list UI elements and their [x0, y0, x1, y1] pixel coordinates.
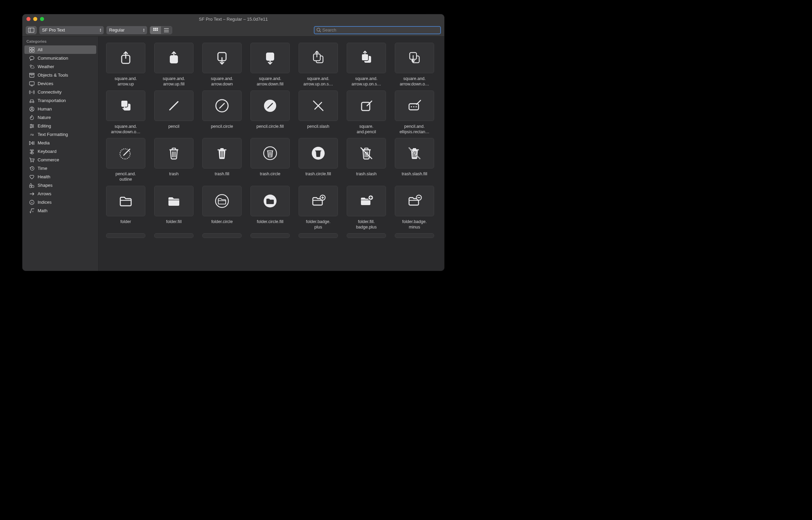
sidebar-item-communication[interactable]: Communication — [22, 54, 98, 62]
car-icon — [29, 98, 35, 103]
folder-circle-fill-icon — [262, 193, 278, 209]
symbol-cell[interactable]: trash.circle — [250, 138, 290, 182]
sidebar-item-keyboard[interactable]: Keyboard — [22, 147, 98, 156]
sidebar-item-label: Keyboard — [38, 149, 57, 154]
sidebar-item-arrows[interactable]: Arrows — [22, 189, 98, 198]
symbol-cell[interactable]: square.and.arrow.down.o… — [395, 43, 434, 87]
sidebar-item-commerce[interactable]: Commerce — [22, 156, 98, 164]
symbol-cell[interactable]: pencil.slash — [299, 91, 338, 135]
symbol-label: folder.circle.fill — [250, 219, 290, 224]
close-window-button[interactable] — [26, 17, 31, 21]
sidebar-item-text-formatting[interactable]: AaText Formatting — [22, 130, 98, 139]
symbol-cell[interactable]: square.and.arrow.down.fill — [250, 43, 290, 87]
symbol-cell[interactable]: trash.slash — [347, 138, 386, 182]
search-field[interactable] — [314, 26, 441, 34]
symbol-cell[interactable]: trash.fill — [202, 138, 242, 182]
symbol-cell[interactable] — [347, 233, 386, 241]
search-input[interactable] — [322, 27, 438, 33]
symbol-grid: square.and.arrow.upsquare.and.arrow.up.f… — [99, 37, 444, 247]
symbol-cell[interactable] — [106, 233, 145, 241]
symbol-cell[interactable] — [250, 233, 290, 241]
clock-arrow-icon — [29, 166, 35, 171]
sidebar-item-math[interactable]: Math — [22, 206, 98, 215]
symbol-grid-scroll[interactable]: square.and.arrow.upsquare.and.arrow.up.f… — [99, 37, 444, 271]
symbol-label: folder.badge.plus — [299, 219, 338, 230]
symbol-cell[interactable]: pencil.and.ellipsis.rectan… — [395, 91, 434, 135]
symbol-cell[interactable] — [299, 233, 338, 241]
sidebar-item-devices[interactable]: Devices — [22, 79, 98, 88]
symbol-cell[interactable]: square.and.arrow.up.on.s… — [299, 43, 338, 87]
folder-circle-icon — [214, 193, 230, 209]
svg-rect-2 — [153, 28, 155, 29]
symbol-tile — [347, 91, 386, 121]
symbol-tile — [347, 186, 386, 216]
sidebar-item-label: Media — [38, 140, 49, 145]
sidebar-item-label: Indices — [38, 200, 52, 205]
sidebar-item-human[interactable]: Human — [22, 105, 98, 113]
symbol-cell[interactable] — [202, 233, 242, 241]
symbol-cell[interactable]: folder.badge.plus — [299, 186, 338, 230]
folder-badge-minus-icon — [406, 193, 423, 209]
symbol-cell[interactable]: square.and.pencil — [347, 91, 386, 135]
symbol-tile — [154, 43, 194, 73]
sidebar-item-label: Connectivity — [38, 89, 62, 95]
symbol-cell[interactable]: square.and.arrow.up.on.s… — [347, 43, 386, 87]
symbol-cell[interactable]: folder.fill.badge.plus — [347, 186, 386, 230]
symbol-cell[interactable]: trash — [154, 138, 194, 182]
app-window: SF Pro Text – Regular – 15.0d7e11 SF Pro… — [22, 14, 444, 271]
symbol-tile — [299, 138, 338, 168]
sidebar-item-indices[interactable]: Indices — [22, 198, 98, 206]
symbol-tile — [395, 186, 434, 216]
a-circle-icon — [29, 200, 35, 205]
symbol-cell[interactable]: pencil — [154, 91, 194, 135]
chevrons-icon: ▲▼ — [99, 28, 102, 32]
sidebar-item-nature[interactable]: Nature — [22, 113, 98, 122]
sidebar-item-transportation[interactable]: Transportation — [22, 96, 98, 105]
sidebar-item-label: Shapes — [38, 183, 53, 188]
minimize-window-button[interactable] — [33, 17, 37, 21]
symbol-label: square.and.arrow.down.fill — [250, 76, 290, 87]
font-select[interactable]: SF Pro Text ▲▼ — [39, 26, 104, 34]
sidebar-item-editing[interactable]: Editing — [22, 122, 98, 130]
search-icon — [317, 28, 321, 32]
sidebar-item-objects-tools[interactable]: Objects & Tools — [22, 71, 98, 79]
symbol-cell[interactable]: square.and.arrow.down.o… — [106, 91, 145, 135]
symbol-cell[interactable] — [154, 233, 194, 241]
symbol-label: pencil — [154, 124, 194, 129]
sidebar-item-shapes[interactable]: Shapes — [22, 181, 98, 189]
symbol-cell[interactable]: square.and.arrow.down — [202, 43, 242, 87]
symbol-cell[interactable]: trash.slash.fill — [395, 138, 434, 182]
trash-circle-fill-icon — [310, 145, 326, 161]
symbol-tile — [395, 91, 434, 121]
symbol-cell[interactable] — [395, 233, 434, 241]
symbol-cell[interactable]: pencil.circle — [202, 91, 242, 135]
zoom-window-button[interactable] — [40, 17, 44, 21]
sidebar-item-label: Arrows — [38, 191, 51, 196]
grid-view-button[interactable] — [150, 26, 161, 34]
symbol-tile — [154, 186, 194, 216]
pencil-icon — [166, 98, 182, 114]
list-view-button[interactable] — [161, 26, 172, 34]
symbol-cell[interactable]: pencil.and.outline — [106, 138, 145, 182]
svg-rect-0 — [28, 28, 34, 32]
sidebar-item-all[interactable]: All — [24, 45, 96, 54]
symbol-cell[interactable]: folder.circle — [202, 186, 242, 230]
archivebox-icon — [29, 73, 35, 78]
symbol-cell[interactable]: folder.circle.fill — [250, 186, 290, 230]
sidebar-item-weather[interactable]: Weather — [22, 62, 98, 71]
symbol-label: trash — [154, 171, 194, 177]
symbol-cell[interactable]: square.and.arrow.up — [106, 43, 145, 87]
sidebar-toggle-button[interactable] — [26, 26, 37, 34]
symbol-cell[interactable]: pencil.circle.fill — [250, 91, 290, 135]
symbol-cell[interactable]: trash.circle.fill — [299, 138, 338, 182]
sidebar-item-media[interactable]: Media — [22, 139, 98, 147]
sidebar-item-connectivity[interactable]: Connectivity — [22, 88, 98, 96]
sidebar-item-health[interactable]: Health — [22, 173, 98, 181]
symbol-cell[interactable]: folder.fill — [154, 186, 194, 230]
weight-select[interactable]: Regular ▲▼ — [106, 26, 147, 34]
sidebar-item-time[interactable]: Time — [22, 164, 98, 173]
symbol-cell[interactable]: folder.badge.minus — [395, 186, 434, 230]
sidebar-heading: Categories — [22, 37, 98, 45]
symbol-cell[interactable]: folder — [106, 186, 145, 230]
symbol-cell[interactable]: square.and.arrow.up.fill — [154, 43, 194, 87]
